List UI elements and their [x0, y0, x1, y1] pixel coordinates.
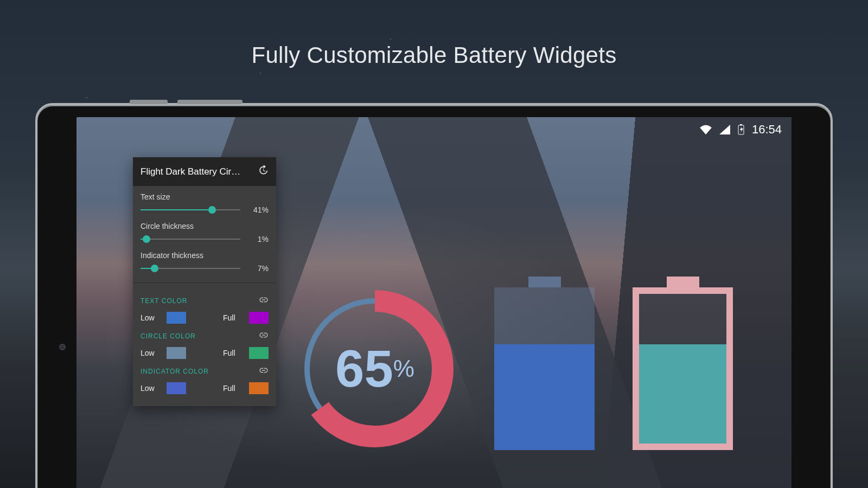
battery-charging-icon	[738, 124, 744, 135]
battery-circle-widget[interactable]: 65%	[293, 287, 456, 450]
link-icon[interactable]	[259, 330, 269, 342]
status-bar: 16:54	[700, 123, 782, 137]
color-group-heading: TEXT COLOR	[141, 297, 187, 305]
battery-percent-suffix: %	[393, 355, 414, 382]
tablet-camera	[59, 344, 66, 350]
slider-value: 41%	[246, 206, 269, 214]
color-low-swatch[interactable]	[167, 382, 186, 394]
wifi-icon	[700, 125, 712, 134]
color-low-label: Low	[141, 384, 161, 393]
color-low-swatch[interactable]	[167, 312, 186, 324]
settings-panel: Flight Dark Battery Cir… Text size 41% C…	[133, 157, 276, 406]
slider-label: Indicator thickness	[141, 251, 269, 260]
panel-title: Flight Dark Battery Cir…	[141, 166, 252, 177]
color-full-swatch[interactable]	[249, 347, 269, 359]
slider-value: 7%	[246, 264, 269, 273]
link-icon[interactable]	[259, 295, 269, 306]
slider-0[interactable]	[141, 206, 240, 214]
color-group-heading: CIRCLE COLOR	[141, 332, 196, 340]
status-time: 16:54	[752, 123, 782, 137]
color-group-heading: INDICATOR COLOR	[141, 368, 209, 375]
hero-title: Fully Customizable Battery Widgets	[0, 42, 868, 68]
color-full-swatch[interactable]	[249, 382, 269, 394]
slider-value: 1%	[246, 235, 269, 243]
battery-percent-value: 65	[335, 339, 393, 399]
color-full-label: Full	[223, 384, 244, 393]
tablet-frame: 16:54 Flight Dark Battery Cir… Text size…	[35, 103, 833, 488]
color-low-label: Low	[141, 349, 161, 357]
slider-1[interactable]	[141, 235, 240, 243]
history-icon[interactable]	[258, 165, 269, 178]
color-full-label: Full	[223, 349, 244, 357]
slider-label: Text size	[141, 192, 269, 201]
slider-label: Circle thickness	[141, 222, 269, 230]
battery-outline-widget[interactable]	[633, 287, 733, 450]
color-full-label: Full	[223, 313, 244, 322]
color-full-swatch[interactable]	[249, 312, 269, 324]
battery-solid-widget[interactable]	[494, 287, 595, 450]
color-low-label: Low	[141, 313, 161, 322]
color-low-swatch[interactable]	[167, 347, 186, 359]
link-icon[interactable]	[259, 365, 269, 377]
signal-icon	[719, 125, 730, 134]
svg-rect-1	[740, 124, 742, 125]
tablet-screen: 16:54 Flight Dark Battery Cir… Text size…	[76, 117, 792, 488]
slider-2[interactable]	[141, 265, 240, 272]
panel-header: Flight Dark Battery Cir…	[133, 157, 276, 186]
